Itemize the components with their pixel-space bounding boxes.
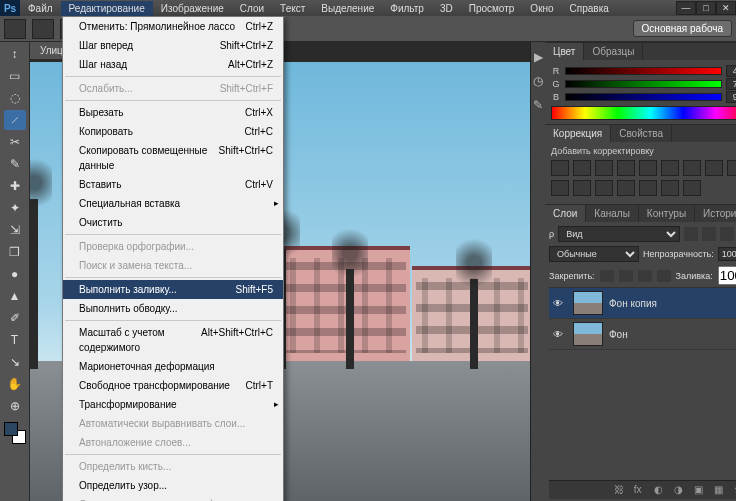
filter-icon[interactable] — [684, 227, 698, 241]
tool-button[interactable]: ✎ — [4, 154, 26, 174]
r-value[interactable]: 43 — [726, 65, 736, 77]
tool-button[interactable]: ✦ — [4, 198, 26, 218]
filter-icon[interactable] — [702, 227, 716, 241]
adj-btn[interactable] — [639, 180, 657, 196]
tool-button[interactable]: ↘ — [4, 352, 26, 372]
lock-icon[interactable] — [600, 270, 614, 282]
tool-button[interactable]: ● — [4, 264, 26, 284]
tool-button[interactable]: ⟋ — [4, 110, 26, 130]
menu-item[interactable]: ВставитьCtrl+V — [63, 175, 283, 194]
close-button[interactable]: ✕ — [716, 1, 736, 15]
menu-item[interactable]: Шаг впередShift+Ctrl+Z — [63, 36, 283, 55]
g-value[interactable]: 70 — [726, 78, 736, 90]
tab-layers[interactable]: Слои — [545, 205, 586, 222]
visibility-icon[interactable]: 👁 — [553, 329, 567, 340]
adj-btn[interactable] — [661, 160, 679, 176]
minimize-button[interactable]: — — [676, 1, 696, 15]
layer-thumb[interactable] — [573, 322, 603, 346]
tab-color[interactable]: Цвет — [545, 43, 584, 60]
menu-редактирование[interactable]: Редактирование — [61, 1, 153, 16]
tool-button[interactable]: ✂ — [4, 132, 26, 152]
layer-thumb[interactable] — [573, 291, 603, 315]
adj-btn[interactable] — [617, 160, 635, 176]
play-icon[interactable]: ▶ — [531, 50, 545, 64]
filter-icon[interactable] — [720, 227, 734, 241]
filter-select[interactable]: Вид — [558, 226, 680, 242]
tool-button[interactable]: ↕ — [4, 44, 26, 64]
adjustment-icon[interactable]: ◑ — [674, 484, 688, 496]
brush-icon[interactable]: ✎ — [531, 98, 545, 112]
layer-name[interactable]: Фон копия — [609, 298, 657, 309]
menu-3d[interactable]: 3D — [432, 1, 461, 16]
menu-item[interactable]: Выполнить обводку... — [63, 299, 283, 318]
adj-btn[interactable] — [661, 180, 679, 196]
menu-item[interactable]: Масштаб с учетом содержимогоAlt+Shift+Ct… — [63, 323, 283, 357]
tab-adjustments[interactable]: Коррекция — [545, 125, 611, 142]
adj-btn[interactable] — [551, 180, 569, 196]
history-icon[interactable]: ◷ — [531, 74, 545, 88]
g-slider[interactable] — [565, 80, 722, 88]
blend-mode-select[interactable]: Обычные — [549, 246, 639, 262]
menu-справка[interactable]: Справка — [562, 1, 617, 16]
menu-фильтр[interactable]: Фильтр — [382, 1, 432, 16]
menu-item[interactable]: ВырезатьCtrl+X — [63, 103, 283, 122]
layer-row[interactable]: 👁 Фон копия — [549, 288, 736, 319]
tool-button[interactable]: ⇲ — [4, 220, 26, 240]
tool-preset-icon[interactable] — [4, 19, 26, 39]
adj-btn[interactable] — [705, 160, 723, 176]
options-icon[interactable] — [32, 19, 54, 39]
tool-button[interactable]: ▲ — [4, 286, 26, 306]
new-layer-icon[interactable]: ▦ — [714, 484, 728, 496]
menu-окно[interactable]: Окно — [522, 1, 561, 16]
adj-btn[interactable] — [573, 180, 591, 196]
menu-item[interactable]: КопироватьCtrl+C — [63, 122, 283, 141]
menu-файл[interactable]: Файл — [20, 1, 61, 16]
menu-item[interactable]: Шаг назадAlt+Ctrl+Z — [63, 55, 283, 74]
adj-btn[interactable] — [551, 160, 569, 176]
lock-icon[interactable] — [619, 270, 633, 282]
menu-просмотр[interactable]: Просмотр — [461, 1, 523, 16]
opacity-input[interactable] — [718, 247, 736, 261]
adj-btn[interactable] — [639, 160, 657, 176]
b-slider[interactable] — [565, 93, 722, 101]
color-swatch[interactable] — [4, 422, 26, 444]
menu-item[interactable]: Марионеточная деформация — [63, 357, 283, 376]
adj-btn[interactable] — [595, 180, 613, 196]
tab-paths[interactable]: Контуры — [639, 205, 695, 222]
layer-row[interactable]: 👁 Фон — [549, 319, 736, 350]
adj-btn[interactable] — [573, 160, 591, 176]
adj-btn[interactable] — [595, 160, 613, 176]
menu-item[interactable]: Специальная вставка — [63, 194, 283, 213]
adj-btn[interactable] — [683, 180, 701, 196]
adj-btn[interactable] — [727, 160, 736, 176]
menu-item[interactable]: Трансформирование — [63, 395, 283, 414]
menu-item[interactable]: Свободное трансформированиеCtrl+T — [63, 376, 283, 395]
folder-icon[interactable]: ▣ — [694, 484, 708, 496]
menu-item[interactable]: Выполнить заливку...Shift+F5 — [63, 280, 283, 299]
visibility-icon[interactable]: 👁 — [553, 298, 567, 309]
menu-item[interactable]: Очистить — [63, 213, 283, 232]
color-spectrum[interactable] — [551, 106, 736, 120]
menu-изображение[interactable]: Изображение — [153, 1, 232, 16]
workspace-button[interactable]: Основная рабоча — [633, 20, 732, 37]
layer-name[interactable]: Фон — [609, 329, 628, 340]
b-value[interactable]: 97 — [726, 91, 736, 103]
maximize-button[interactable]: □ — [696, 1, 716, 15]
menu-item[interactable]: Отменить: Прямолинейное лассоCtrl+Z — [63, 17, 283, 36]
tab-channels[interactable]: Каналы — [586, 205, 639, 222]
fill-input[interactable] — [718, 266, 736, 285]
tool-button[interactable]: ✐ — [4, 308, 26, 328]
tab-swatches[interactable]: Образцы — [584, 43, 643, 60]
link-icon[interactable]: ⛓ — [614, 484, 628, 496]
lock-icon[interactable] — [657, 270, 671, 282]
tab-history[interactable]: История — [695, 205, 736, 222]
tab-properties[interactable]: Свойства — [611, 125, 672, 142]
mask-icon[interactable]: ◐ — [654, 484, 668, 496]
adj-btn[interactable] — [683, 160, 701, 176]
tool-button[interactable]: ◌ — [4, 88, 26, 108]
menu-текст[interactable]: Текст — [272, 1, 313, 16]
adj-btn[interactable] — [617, 180, 635, 196]
tool-button[interactable]: ❐ — [4, 242, 26, 262]
menu-слои[interactable]: Слои — [232, 1, 272, 16]
tool-button[interactable]: ⊕ — [4, 396, 26, 416]
